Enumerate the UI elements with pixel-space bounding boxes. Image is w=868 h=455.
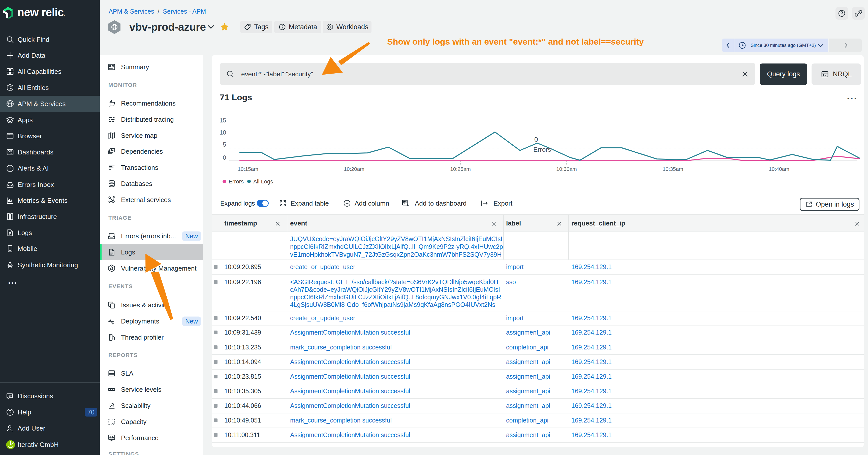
svg-text:10:35am: 10:35am xyxy=(662,166,683,172)
svg-text:0: 0 xyxy=(223,155,226,161)
svg-text:10:20am: 10:20am xyxy=(344,166,365,172)
svg-text:10: 10 xyxy=(219,129,226,136)
svg-text:All Logs: All Logs xyxy=(253,178,273,185)
svg-text:10:30am: 10:30am xyxy=(556,166,577,172)
svg-text:5: 5 xyxy=(223,141,226,148)
svg-text:10:40am: 10:40am xyxy=(769,166,789,172)
svg-text:10:25am: 10:25am xyxy=(450,166,471,172)
svg-text:Errors: Errors xyxy=(533,145,551,153)
svg-text:10:15am: 10:15am xyxy=(238,166,258,172)
svg-text:Errors: Errors xyxy=(228,178,244,185)
svg-text:0: 0 xyxy=(534,135,538,143)
svg-text:15: 15 xyxy=(219,117,226,124)
